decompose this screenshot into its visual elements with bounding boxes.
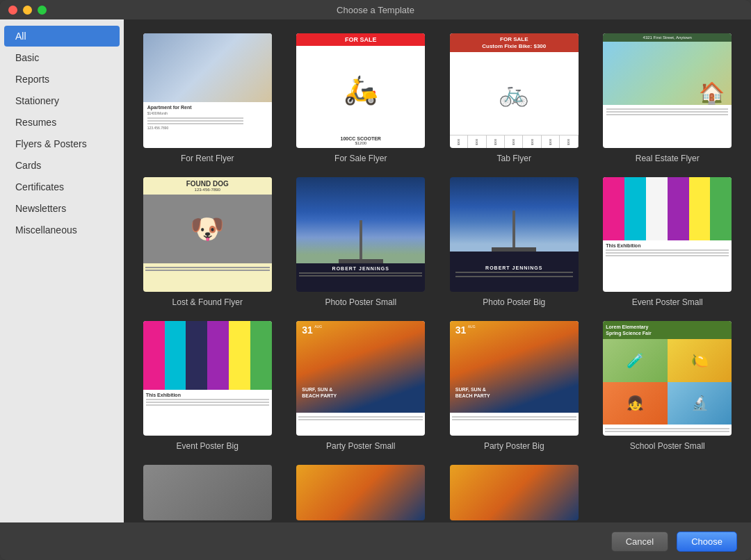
sp-line xyxy=(605,431,729,432)
title-bar: Choose a Template xyxy=(0,0,751,19)
ppb2-month: AUG xyxy=(468,324,476,329)
thumb-ppb-image xyxy=(450,177,579,252)
template-thumb-school-poster-small[interactable]: Lorem ElementarySpring Science Fair 🧪 🍋 … xyxy=(603,321,732,436)
footer: Cancel Choose xyxy=(0,522,751,560)
template-thumb-event-poster-big[interactable]: This Exhibition xyxy=(143,321,272,436)
pps-text-area: SURF, SUN &BEACH PARTY xyxy=(302,386,337,399)
template-item-tab-flyer[interactable]: FOR SALECustom Fixie Bike: $300 🚲 $300 $… xyxy=(444,33,584,163)
re-line xyxy=(606,114,728,115)
sidebar-item-newsletters[interactable]: Newsletters xyxy=(4,198,120,219)
template-item-row4-4 xyxy=(598,465,738,520)
sidebar-item-cards[interactable]: Cards xyxy=(4,155,120,176)
template-label-event-poster-small: Event Poster Small xyxy=(632,297,703,307)
template-item-photo-poster-big[interactable]: ROBERT JENNINGS Photo Poster Big xyxy=(444,177,584,307)
sidebar-item-resumes[interactable]: Resumes xyxy=(4,112,120,133)
window: Choose a Template All Basic Reports Stat… xyxy=(0,0,751,560)
sidebar-item-basic[interactable]: Basic xyxy=(4,47,120,68)
thumb-re-content xyxy=(603,105,732,148)
choose-button[interactable]: Choose xyxy=(677,532,737,552)
template-item-lost-found-flyer[interactable]: FOUND DOG 123-456-7890 🐶 xyxy=(138,177,277,307)
bike-icon: 🚲 xyxy=(499,79,529,108)
thumb-line xyxy=(147,123,243,124)
template-thumb-photo-poster-small[interactable]: ROBERT JENNINGS xyxy=(296,177,425,292)
thumb-text-lines xyxy=(147,117,268,124)
template-thumb-for-rent-flyer[interactable]: Apartment for Rent $1400/Month 123.456.7… xyxy=(143,33,272,148)
thumb-ppb2-image: 31 AUG SURF, SUN &BEACH PARTY xyxy=(450,321,579,413)
sidebar-item-reports[interactable]: Reports xyxy=(4,69,120,90)
epb-line xyxy=(146,404,269,406)
template-item-real-estate-flyer[interactable]: 4321 First Street, Anytown 🏠 Real Esta xyxy=(598,33,738,163)
sidebar-item-certificates[interactable]: Certificates xyxy=(4,176,120,197)
pps-fline xyxy=(298,416,423,418)
template-thumb-real-estate-flyer[interactable]: 4321 First Street, Anytown 🏠 xyxy=(603,33,732,148)
thumb-tab-6: $300 xyxy=(542,135,560,148)
template-item-school-poster-small[interactable]: Lorem ElementarySpring Science Fair 🧪 🍋 … xyxy=(598,321,738,451)
cancel-button[interactable]: Cancel xyxy=(611,532,668,552)
template-item-for-rent-flyer[interactable]: Apartment for Rent $1400/Month 123.456.7… xyxy=(138,33,277,163)
epb-bar-6 xyxy=(250,321,272,390)
template-thumb-party-poster-small[interactable]: 31 AUG SURF, SUN &BEACH PARTY xyxy=(296,321,425,436)
sidebar-item-stationery[interactable]: Stationery xyxy=(4,90,120,111)
fd-line xyxy=(145,267,270,268)
template-thumb-row4-2[interactable] xyxy=(296,465,425,520)
tab-text-2: $300 xyxy=(475,139,478,145)
thumb-eps-content: This Exhibition xyxy=(603,240,732,292)
main-content: All Basic Reports Stationery Resumes Fly… xyxy=(0,19,751,522)
template-label-school-poster-small: School Poster Small xyxy=(630,441,705,451)
template-item-row4-3[interactable] xyxy=(444,465,584,520)
sidebar-item-all[interactable]: All xyxy=(4,26,120,47)
sidebar-item-flyers-posters[interactable]: Flyers & Posters xyxy=(4,133,120,154)
thumb-tab-5: $300 xyxy=(523,135,541,148)
pier-element xyxy=(360,220,362,263)
thumb-line xyxy=(147,120,243,122)
epb-bar-4 xyxy=(207,321,229,390)
thumb-fd-content xyxy=(143,263,272,292)
template-item-row4-2[interactable] xyxy=(291,465,431,520)
template-thumb-photo-poster-big[interactable]: ROBERT JENNINGS xyxy=(450,177,579,292)
thumb-for-sale-price: 100CC SCOOTER $1200 xyxy=(296,133,425,148)
template-item-photo-poster-small[interactable]: ROBERT JENNINGS Photo Poster Small xyxy=(291,177,431,307)
ppb-line xyxy=(455,276,573,277)
template-item-event-poster-big[interactable]: This Exhibition Event Poster Big xyxy=(138,321,277,451)
thumb-sp-grid: 🧪 🍋 👧 🔬 xyxy=(603,339,732,425)
eps-bar-4 xyxy=(668,177,689,240)
template-item-for-sale-flyer[interactable]: FOR SALE 🛵 100CC SCOOTER $1200 For Sale … xyxy=(291,33,431,163)
thumb-row4-3-preview xyxy=(450,465,579,520)
close-button[interactable] xyxy=(8,6,17,15)
thumb-line xyxy=(147,117,243,119)
sp-img3: 👧 xyxy=(603,382,668,425)
eps-bar-5 xyxy=(689,177,711,240)
thumb-for-sale-img: 🛵 xyxy=(296,46,425,133)
template-thumb-lost-found-flyer[interactable]: FOUND DOG 123-456-7890 🐶 xyxy=(143,177,272,292)
template-thumb-row4-3[interactable] xyxy=(450,465,579,520)
thumb-tab-tabs: $300 $300 $300 $300 $300 $300 $300 xyxy=(450,135,579,148)
tab-text-1: $300 xyxy=(457,139,460,145)
minimize-button[interactable] xyxy=(23,6,32,15)
pier-element-big xyxy=(512,211,515,252)
eps-bar-1 xyxy=(603,177,624,240)
thumb-model: 100CC SCOOTER xyxy=(299,136,422,141)
thumb-tab-1: $300 xyxy=(450,135,468,148)
template-label-event-poster-big: Event Poster Big xyxy=(177,441,239,451)
thumb-pps-image: 31 AUG SURF, SUN &BEACH PARTY xyxy=(296,321,425,413)
template-thumb-tab-flyer[interactable]: FOR SALECustom Fixie Bike: $300 🚲 $300 $… xyxy=(450,33,579,148)
tab-text-7: $300 xyxy=(567,139,570,145)
thumb-pier-bg xyxy=(296,177,425,263)
thumb-re-image: 🏠 xyxy=(603,42,732,105)
template-item-party-poster-big[interactable]: 31 AUG SURF, SUN &BEACH PARTY xyxy=(444,321,584,451)
template-thumb-party-poster-big[interactable]: 31 AUG SURF, SUN &BEACH PARTY xyxy=(450,321,579,436)
ppb-line xyxy=(455,272,573,273)
template-item-row4-1[interactable] xyxy=(138,465,277,520)
thumb-pp-name: ROBERT JENNINGS xyxy=(299,266,422,271)
template-item-party-poster-small[interactable]: 31 AUG SURF, SUN &BEACH PARTY xyxy=(291,321,431,451)
template-thumb-for-sale-flyer[interactable]: FOR SALE 🛵 100CC SCOOTER $1200 xyxy=(296,33,425,148)
thumb-real-estate-preview: 4321 First Street, Anytown 🏠 xyxy=(603,33,732,148)
template-thumb-event-poster-small[interactable]: This Exhibition xyxy=(603,177,732,292)
thumb-row4-1-preview xyxy=(143,465,272,520)
maximize-button[interactable] xyxy=(38,6,47,15)
thumb-pp-lines xyxy=(299,272,422,277)
template-thumb-row4-1[interactable] xyxy=(143,465,272,520)
template-item-event-poster-small[interactable]: This Exhibition Event Poster Small xyxy=(598,177,738,307)
sidebar-item-miscellaneous[interactable]: Miscellaneous xyxy=(4,220,120,240)
thumb-fd-phone: 123-456-7890 xyxy=(146,188,269,192)
